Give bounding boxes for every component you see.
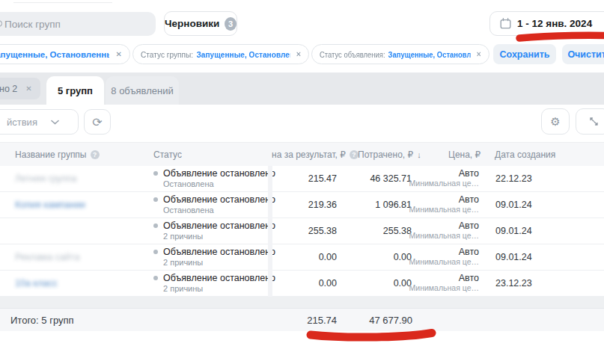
chip-value: Запущенные, Остановленные bbox=[197, 50, 290, 59]
drafts-count-badge: 3 bbox=[225, 17, 237, 31]
status-cell: Объявление остановлено 2 причины bbox=[153, 247, 275, 267]
cost-per-result-value: 215.47 bbox=[308, 173, 337, 184]
chip-prefix: Статус объявления: bbox=[320, 50, 385, 59]
drafts-button[interactable]: Черновики 3 bbox=[164, 11, 237, 36]
resize-arrows-icon bbox=[589, 117, 599, 126]
filter-chip-group-status[interactable]: Статус группы: Запущенные, Остановленные… bbox=[132, 44, 309, 64]
tab-selected-label: но 2 bbox=[0, 84, 17, 94]
refresh-button[interactable]: ⟳ bbox=[84, 109, 111, 135]
drafts-label: Черновики bbox=[165, 18, 219, 29]
chip-value: Запущенные, Остановленные bbox=[388, 50, 471, 59]
table-row[interactable]: Летняя группа Объявление остановлено Ост… bbox=[0, 166, 604, 192]
price-cell: Авто Минимальная це… bbox=[409, 194, 479, 214]
spent-value: 46 325.71 bbox=[370, 173, 412, 184]
help-icon[interactable]: ? bbox=[91, 150, 100, 159]
date-range-picker[interactable]: 1 - 12 янв. 2024 bbox=[489, 11, 604, 36]
tab-selected-items[interactable]: но 2 ✕ bbox=[0, 78, 40, 99]
price-cell: Авто Минимальная це… bbox=[409, 220, 479, 240]
column-header-cost-per-result[interactable]: на за результат, ₽ ? bbox=[272, 149, 359, 160]
status-dot-icon bbox=[153, 223, 158, 228]
date-range-label: 1 - 12 янв. 2024 bbox=[517, 18, 592, 29]
search-input[interactable] bbox=[0, 12, 156, 36]
actions-label: йствия bbox=[7, 117, 37, 128]
table-row[interactable]: Копия кампании Объявление остановлено Ос… bbox=[0, 192, 604, 218]
spent-value: 255.38 bbox=[383, 226, 412, 236]
cost-per-result-value: 255.38 bbox=[308, 226, 337, 236]
price-cell: Авто Минимальная це… bbox=[409, 247, 479, 266]
created-date: 09.01.24 bbox=[495, 200, 532, 210]
status-cell: Объявление остановлено 2 причины bbox=[153, 273, 275, 293]
save-filters-button[interactable]: Сохранить bbox=[493, 44, 556, 64]
table-settings-button[interactable]: ⚙ bbox=[541, 108, 570, 135]
close-icon[interactable]: ✕ bbox=[474, 50, 481, 58]
export-button[interactable] bbox=[576, 108, 604, 135]
close-icon[interactable]: ✕ bbox=[293, 50, 302, 58]
group-name-link[interactable]: Реклама сайта bbox=[15, 252, 79, 262]
top-divider bbox=[13, 2, 112, 3]
created-date: 09.01.24 bbox=[495, 226, 532, 236]
totals-label: Итого: 5 групп bbox=[10, 315, 74, 326]
filter-chip-campaign-status[interactable]: Запущенные, Остановленные ✕ bbox=[0, 44, 130, 64]
totals-cost-per-result: 215.74 bbox=[307, 315, 337, 326]
status-cell: Объявление остановлено 2 причины bbox=[153, 220, 275, 241]
created-date: 23.12.23 bbox=[495, 278, 532, 289]
column-header-spent[interactable]: Потрачено, ₽ ↓ bbox=[358, 149, 421, 160]
clear-filters-button[interactable]: Очистить bbox=[562, 44, 604, 64]
status-dot-icon bbox=[153, 276, 158, 280]
chip-value: Запущенные, Остановленные bbox=[0, 50, 109, 59]
calendar-icon bbox=[500, 18, 511, 29]
column-header-price[interactable]: Цена, ₽ bbox=[448, 149, 481, 160]
status-cell: Объявление остановлено Остановлена bbox=[153, 194, 275, 215]
status-cell: Объявление остановлено Остановлена bbox=[153, 168, 275, 188]
column-header-created[interactable]: Дата создания bbox=[495, 149, 555, 160]
created-date: 09.01.24 bbox=[495, 252, 532, 262]
price-cell: Авто Минимальная це… bbox=[409, 273, 479, 292]
status-dot-icon bbox=[153, 171, 158, 176]
search-icon bbox=[0, 20, 2, 27]
actions-dropdown[interactable]: йствия bbox=[0, 109, 79, 135]
close-icon[interactable]: ✕ bbox=[22, 84, 31, 93]
table-row[interactable]: 10а класс Объявление остановлено 2 причи… bbox=[0, 271, 604, 297]
gear-icon: ⚙ bbox=[550, 115, 560, 129]
column-header-name: Название группы ? bbox=[15, 149, 100, 160]
frozen-column-divider bbox=[268, 166, 272, 297]
cost-per-result-value: 0.00 bbox=[319, 278, 337, 289]
horizontal-scrollbar[interactable]: ▶ bbox=[0, 297, 604, 308]
status-dot-icon bbox=[153, 250, 158, 254]
refresh-icon: ⟳ bbox=[92, 115, 102, 129]
totals-spent: 47 677.90 bbox=[369, 315, 412, 326]
totals-row: Итого: 5 групп 215.74 47 677.90 bbox=[0, 308, 604, 331]
group-name-link[interactable]: 10а класс bbox=[15, 278, 58, 289]
filter-chip-ad-status[interactable]: Статус объявления: Запущенные, Остановле… bbox=[311, 44, 489, 64]
table-header: Название группы ? Статус на за результат… bbox=[0, 142, 604, 166]
column-header-status: Статус bbox=[153, 149, 182, 160]
sort-descending-icon: ↓ bbox=[417, 150, 421, 159]
tab-groups[interactable]: 5 групп bbox=[46, 76, 104, 105]
status-dot-icon bbox=[153, 197, 158, 202]
close-icon[interactable]: ✕ bbox=[113, 50, 122, 58]
group-name-link[interactable]: Копия кампании bbox=[15, 200, 85, 210]
created-date: 22.12.23 bbox=[495, 173, 532, 184]
cost-per-result-value: 0.00 bbox=[319, 252, 337, 262]
group-name-link[interactable]: Летняя группа bbox=[15, 173, 77, 184]
table-row[interactable]: Реклама сайта Объявление остановлено 2 п… bbox=[0, 244, 604, 271]
price-cell: Авто Минимальная це… bbox=[409, 168, 479, 188]
cost-per-result-value: 219.36 bbox=[308, 200, 337, 210]
ads-manager-screen: Черновики 3 1 - 12 янв. 2024 Запущенные,… bbox=[0, 0, 604, 364]
spent-value: 1 096.81 bbox=[375, 200, 412, 210]
tab-ads[interactable]: 8 объявлений bbox=[106, 76, 179, 105]
table-row[interactable]: Объявление остановлено 2 причины 255.38 … bbox=[0, 218, 604, 244]
search-field[interactable] bbox=[4, 19, 156, 30]
chip-prefix: Статус группы: bbox=[141, 50, 193, 59]
chevron-down-icon bbox=[51, 120, 59, 125]
